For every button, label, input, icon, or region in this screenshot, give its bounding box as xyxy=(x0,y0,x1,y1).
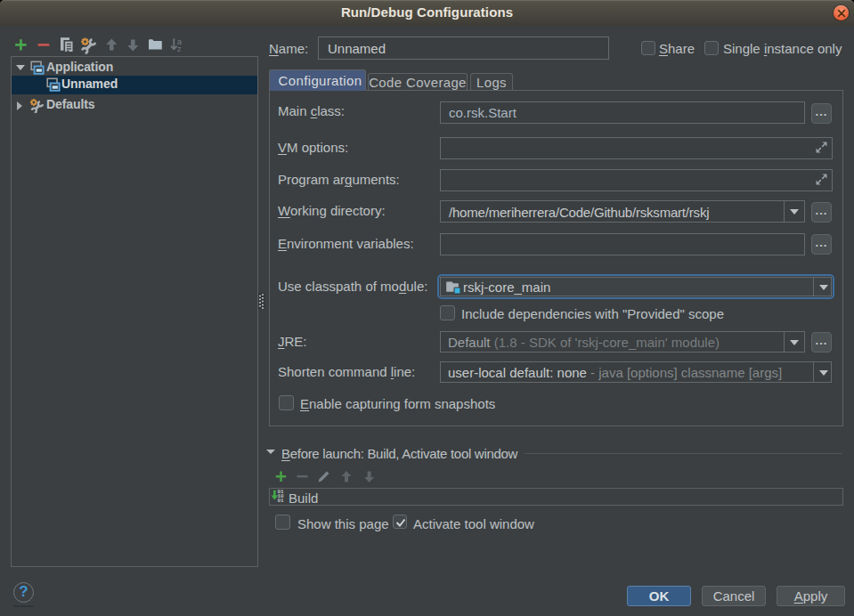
svg-text:01: 01 xyxy=(278,498,285,502)
svg-text:z: z xyxy=(177,45,182,53)
